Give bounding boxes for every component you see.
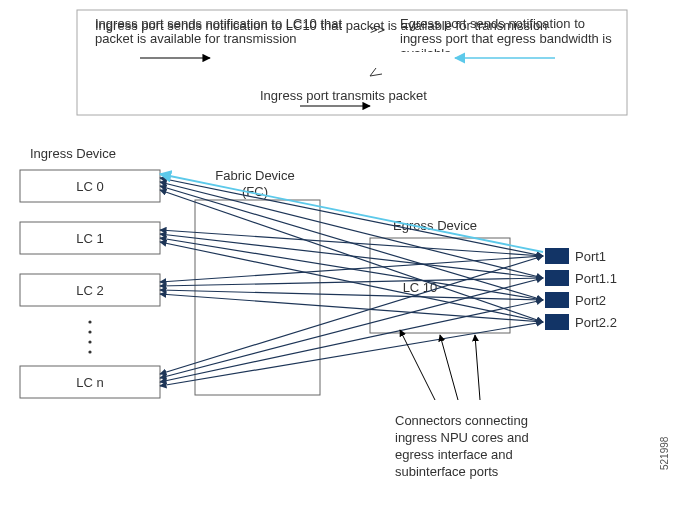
svg-line-18 — [160, 230, 543, 256]
svg-line-27 — [160, 278, 543, 378]
svg-point-4 — [88, 320, 91, 323]
svg-line-15 — [160, 182, 543, 278]
svg-line-14 — [160, 178, 543, 256]
connectors-line2: ingress NPU cores and — [395, 430, 529, 445]
egress-ports: Port1 Port1.1 Port2 Port2.2 — [545, 248, 617, 330]
diagram-root: Ingress port sends notification to LC10 … — [0, 0, 700, 514]
port2-2-label: Port2.2 — [575, 315, 617, 330]
lc0-label: LC 0 — [76, 179, 103, 194]
port2-label: Port2 — [575, 293, 606, 308]
svg-line-26 — [160, 256, 543, 374]
connectors-line3: egress interface and — [395, 447, 513, 462]
lc2-label: LC 2 — [76, 283, 103, 298]
legend-step1: Ingress port sends notification to LC10 … — [95, 16, 355, 46]
lcn-label: LC n — [76, 375, 103, 390]
svg-rect-11 — [545, 270, 569, 286]
svg-line-22 — [160, 256, 543, 282]
svg-line-31 — [440, 335, 458, 400]
port1-1-label: Port1.1 — [575, 271, 617, 286]
doc-id: 521998 — [659, 436, 670, 470]
fabric-device-label-1: Fabric Device — [215, 168, 294, 183]
legend-step3: Ingress port transmits packet — [260, 88, 427, 103]
connectors-line4: subinterface ports — [395, 464, 499, 479]
svg-line-29 — [160, 322, 543, 386]
svg-rect-12 — [545, 292, 569, 308]
port1-label: Port1 — [575, 249, 606, 264]
callout-arrows — [400, 330, 480, 400]
svg-point-6 — [88, 340, 91, 343]
ingress-stack: LC 0 LC 1 LC 2 LC n — [20, 170, 160, 398]
svg-line-23 — [160, 278, 543, 286]
lc1-label: LC 1 — [76, 231, 103, 246]
svg-line-32 — [475, 335, 480, 400]
svg-point-7 — [88, 350, 91, 353]
svg-rect-13 — [545, 314, 569, 330]
legend-sep: >> — [370, 22, 385, 37]
legend-down-caret — [370, 68, 382, 76]
svg-point-5 — [88, 330, 91, 333]
connectors-caption: Connectors connecting ingress NPU cores … — [395, 413, 529, 479]
legend-box: Ingress port sends notification to LC10 … — [77, 10, 627, 115]
svg-line-28 — [160, 300, 543, 382]
legend-step2: Egress port sends notification to ingres… — [400, 16, 620, 52]
connectors — [160, 178, 543, 386]
connectors-line1: Connectors connecting — [395, 413, 528, 428]
svg-rect-10 — [545, 248, 569, 264]
ingress-device-label: Ingress Device — [30, 146, 116, 161]
